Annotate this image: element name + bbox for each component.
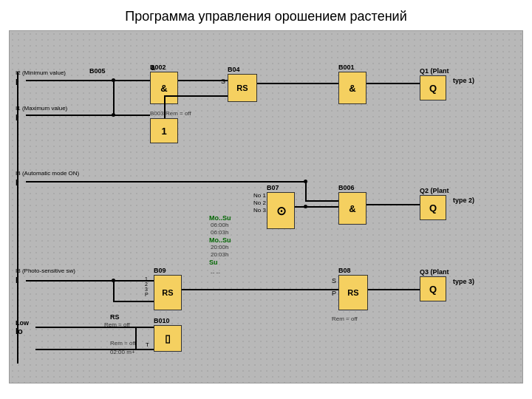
b001-header: B001 xyxy=(338,64,355,71)
timer-mosu1: Mo..Su xyxy=(209,214,231,222)
block-b04: RS xyxy=(228,74,257,102)
q2-type: type 2) xyxy=(453,197,474,204)
b09-header: B09 xyxy=(154,267,166,274)
dot-i1 xyxy=(112,113,115,117)
timer-time1: 06:00h xyxy=(211,222,228,228)
b07-no3: No 3 xyxy=(253,207,266,214)
timer-time3: 20:00h xyxy=(211,244,228,250)
wire-b07-b006 xyxy=(295,206,338,208)
b08-p-label: P xyxy=(332,290,336,297)
wire-left-v xyxy=(17,72,18,364)
wire-i4-h xyxy=(26,181,307,183)
wire-b003-down xyxy=(164,95,228,97)
b08-s-label: S xyxy=(332,277,336,284)
wire-b003-up xyxy=(164,96,166,118)
page-title: Программа управления орошением растений xyxy=(0,0,532,30)
wire-i4-b006 xyxy=(305,181,307,201)
block-b07: ⊙ xyxy=(267,192,295,229)
b07-header: B07 xyxy=(267,184,279,191)
b006-header: B006 xyxy=(338,184,355,191)
input-label-i2: I2 (Minimum value) xyxy=(16,69,66,76)
wire-b04-b001 xyxy=(257,83,338,84)
timer-dashes: -- -- xyxy=(211,269,220,276)
b010-header: B010 xyxy=(154,317,170,324)
b003-label: B003 Rem = off xyxy=(150,110,191,117)
timer-time4: 20:03h xyxy=(211,251,228,258)
dot-b001-mid xyxy=(304,205,307,208)
wire-b001-q1 xyxy=(366,83,420,84)
wire-i1-h xyxy=(26,115,150,116)
block-b001: & xyxy=(338,72,366,104)
wire-b08-q3 xyxy=(368,289,420,290)
b09-rs-label: RS xyxy=(110,313,120,321)
b010-t-label: T xyxy=(146,341,149,348)
q3-box: Q xyxy=(420,276,446,301)
timer-mosu2: Mo..Su xyxy=(209,236,231,244)
q2-label: Q2 (Plant xyxy=(420,187,449,194)
b04-s-label: S xyxy=(221,78,225,85)
timer-su: Su xyxy=(209,259,218,266)
block-b09: RS xyxy=(154,275,182,310)
b07-no1: No 1 xyxy=(253,192,266,199)
dot-i2 xyxy=(112,78,115,82)
b002-header: B002 xyxy=(150,64,166,71)
input-label-i3: I3 (Photo-sensitive sw) xyxy=(16,267,75,274)
b04-header: B04 xyxy=(228,66,240,73)
b08-rem-label: Rem = off xyxy=(332,316,358,322)
q3-label: Q3 (Plant xyxy=(420,268,449,276)
block-b006: & xyxy=(338,192,366,225)
wire-i3-b09 xyxy=(113,280,115,301)
q2-box: Q xyxy=(420,195,446,220)
b010-rem-label: Rem = off xyxy=(110,340,136,347)
b005-label: B005 xyxy=(89,67,106,75)
q1-type: type 1) xyxy=(453,77,474,84)
input-label-i1: I1 (Maximum value) xyxy=(16,105,67,112)
q1-box: Q xyxy=(420,75,446,100)
diagram-area: I2 (Minimum value) I I1 (Maximum value) … xyxy=(9,30,523,383)
b07-no2: No 2 xyxy=(253,200,266,206)
block-b08: RS xyxy=(338,275,368,310)
timer-time2: 06:03h xyxy=(211,229,228,236)
b08-header: B08 xyxy=(338,267,351,274)
wire-v-i2-i1 xyxy=(113,80,115,115)
wire-b006-q2 xyxy=(366,204,420,205)
wire-io-h xyxy=(35,349,154,350)
wire-i3-b09-h xyxy=(113,301,154,302)
wire-i3-h xyxy=(26,280,154,282)
block-b010: ▯ xyxy=(154,325,182,352)
q3-type: type 3) xyxy=(453,278,474,285)
wire-b09-b08 xyxy=(182,289,338,290)
input-label-i4: I4 (Automatic mode ON) xyxy=(16,170,79,177)
wire-i4-b006-h xyxy=(305,200,338,202)
block-b003: 1 xyxy=(150,118,178,143)
wire-i2-b002 xyxy=(26,80,150,81)
wire-b010-v1 xyxy=(135,327,137,349)
wire-b002-b04 xyxy=(178,80,228,81)
q1-label: Q1 (Plant xyxy=(420,67,449,75)
